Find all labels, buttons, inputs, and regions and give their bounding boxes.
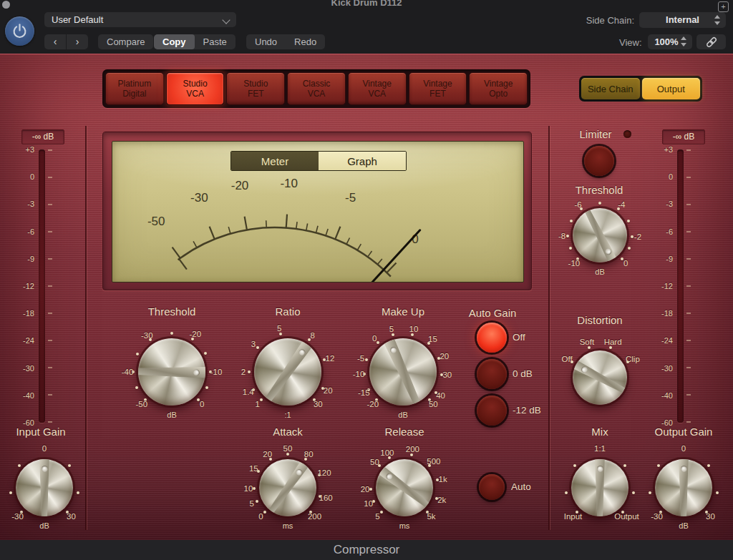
knob-scale-label: -10 bbox=[568, 259, 581, 267]
power-button[interactable] bbox=[5, 16, 34, 46]
knob-scale-label: 3 bbox=[251, 340, 256, 348]
knob-scale-label: 5 bbox=[389, 325, 394, 333]
limiter-button[interactable] bbox=[584, 146, 614, 176]
copy-button[interactable]: Copy bbox=[154, 34, 195, 49]
auto-gain-off-button[interactable] bbox=[477, 323, 507, 353]
link-icon bbox=[703, 36, 720, 49]
preset-value: User Default bbox=[52, 14, 103, 25]
knob-scale-label: 0 bbox=[258, 512, 263, 521]
side-chain-value: Internal bbox=[666, 14, 699, 25]
knob-tick-dot bbox=[565, 491, 568, 494]
undo-redo-group: Undo Redo bbox=[246, 34, 325, 49]
knob-scale-label: -10 bbox=[353, 370, 365, 378]
knob-dial bbox=[259, 459, 316, 516]
knob-pointer-dot bbox=[42, 466, 48, 472]
knob-tick-dot bbox=[569, 247, 572, 250]
link-button[interactable] bbox=[696, 34, 726, 49]
redo-button[interactable]: Redo bbox=[286, 34, 325, 49]
view-zoom-value: 100% bbox=[654, 36, 678, 47]
model-button-classic-vca[interactable]: ClassicVCA bbox=[287, 72, 346, 105]
meter-bar bbox=[677, 149, 684, 423]
knob-tick-dot bbox=[263, 511, 266, 514]
knob-tick-dot bbox=[411, 333, 414, 336]
auto-release-label: Auto bbox=[511, 481, 531, 492]
view-label: View: bbox=[619, 37, 642, 48]
auto-gain-0db-label: 0 dB bbox=[513, 368, 533, 379]
model-button-platinum-digital[interactable]: PlatinumDigital bbox=[105, 72, 164, 105]
knob-scale-label: 50 bbox=[370, 458, 379, 466]
knob-scale-label: 200 bbox=[308, 512, 321, 521]
plugin-header: Kick Drum D112 + User Default ‹ › Compar… bbox=[0, 0, 733, 54]
knob-unit-label: dB bbox=[39, 521, 49, 530]
model-button-studio-fet[interactable]: StudioFET bbox=[226, 72, 285, 105]
knob-tick-dot bbox=[627, 220, 630, 222]
knob-tick-dot bbox=[260, 398, 263, 401]
vu-needle bbox=[332, 230, 420, 282]
knob-tick-dot bbox=[77, 491, 79, 494]
prev-preset-button[interactable]: ‹ bbox=[44, 34, 66, 49]
side-chain-label: Side Chain: bbox=[586, 15, 634, 26]
window-title: Kick Drum D112 bbox=[0, 0, 733, 8]
side-chain-select[interactable]: Internal bbox=[639, 12, 726, 28]
chevron-down-icon bbox=[222, 16, 230, 24]
svg-text:-20: -20 bbox=[231, 179, 249, 192]
meter-scale-labels: +30-3-6-9-12-18-24-30-40-60 bbox=[10, 149, 34, 423]
divider-groove bbox=[85, 126, 87, 530]
knob-unit-label: dB bbox=[398, 411, 407, 419]
knob-unit-label: ms bbox=[399, 521, 410, 530]
limiter-label: Limiter bbox=[579, 128, 611, 140]
tab-graph[interactable]: Graph bbox=[319, 152, 406, 170]
output-view-button[interactable]: Output bbox=[642, 78, 701, 99]
model-button-vintage-vca[interactable]: VintageVCA bbox=[348, 72, 407, 105]
auto-gain-0db-button[interactable] bbox=[477, 359, 507, 389]
copy-paste-group: Copy Paste bbox=[154, 34, 236, 49]
auto-gain-minus12db-label: -12 dB bbox=[513, 405, 541, 416]
undo-button[interactable]: Undo bbox=[246, 34, 286, 49]
knob-pointer bbox=[573, 350, 627, 405]
knob-tick-dot bbox=[136, 353, 139, 355]
knob-scale-label: 5 bbox=[375, 512, 379, 521]
knob-dial bbox=[138, 338, 205, 406]
paste-button[interactable]: Paste bbox=[195, 34, 236, 49]
auto-release-button[interactable] bbox=[479, 474, 505, 500]
model-button-studio-vca[interactable]: StudioVCA bbox=[166, 72, 225, 105]
knob-scale-label: 50 bbox=[429, 400, 438, 408]
knob-unit-label: dB bbox=[679, 521, 688, 530]
next-preset-button[interactable]: › bbox=[66, 34, 88, 49]
distortion-title: Distortion bbox=[577, 314, 622, 326]
vu-meter-screen: -50-30-20-10-50 Meter Graph bbox=[112, 141, 524, 283]
preset-select[interactable]: User Default bbox=[44, 12, 236, 27]
knob-unit-label: dB bbox=[595, 267, 604, 276]
knob-scale-label: 2 bbox=[241, 368, 246, 376]
knob-scale-label: 0 bbox=[623, 259, 628, 267]
auto-gain-minus12db-button[interactable] bbox=[477, 396, 507, 426]
model-button-vintage-fet[interactable]: VintageFET bbox=[409, 72, 467, 105]
add-icon[interactable]: + bbox=[718, 1, 729, 12]
knob-scale-label: -50 bbox=[135, 400, 147, 408]
svg-text:-30: -30 bbox=[190, 191, 208, 205]
compare-button[interactable]: Compare bbox=[98, 34, 153, 49]
knob-scale-label: 80 bbox=[304, 450, 314, 458]
knob-tick-dot bbox=[631, 235, 634, 238]
knob-scale-label: 0 bbox=[200, 400, 204, 408]
knob-scale-label: 30 bbox=[314, 400, 323, 408]
knob-scale-label: 1:1 bbox=[594, 444, 606, 453]
knob-tick-dot bbox=[649, 491, 651, 494]
knob-scale-label: -20 bbox=[190, 330, 202, 338]
plugin-name: Compressor bbox=[334, 543, 400, 556]
tab-meter[interactable]: Meter bbox=[231, 152, 319, 170]
release-title: Release bbox=[384, 426, 424, 438]
knob-tick-dot bbox=[9, 491, 12, 494]
svg-text:-10: -10 bbox=[280, 177, 298, 190]
knob-pointer bbox=[376, 459, 433, 516]
model-button-vintage-opto[interactable]: VintageOpto bbox=[469, 72, 528, 105]
output-gain-title: Output Gain bbox=[655, 426, 713, 438]
limiter-threshold-title: Threshold bbox=[576, 184, 623, 196]
knob-pointer bbox=[573, 208, 627, 262]
view-zoom-select[interactable]: 100% bbox=[648, 34, 692, 49]
knob-tick-dot bbox=[623, 464, 626, 467]
attack-title: Attack bbox=[273, 426, 303, 438]
side-chain-view-button[interactable]: Side Chain bbox=[581, 78, 640, 99]
knob-scale-label: Input bbox=[564, 512, 583, 521]
knob-scale-label: -5 bbox=[357, 354, 364, 363]
